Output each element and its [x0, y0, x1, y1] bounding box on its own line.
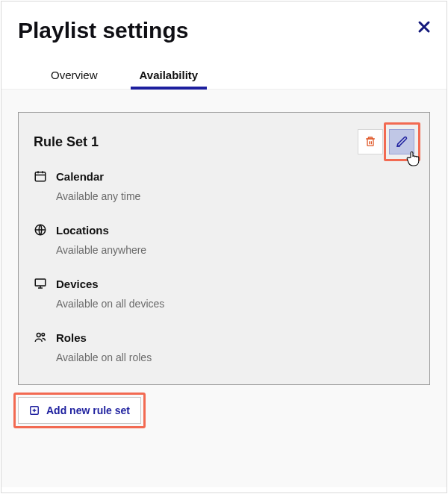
section-calendar-value: Available any time — [56, 190, 414, 202]
section-roles: Roles Available on all roles — [34, 331, 414, 363]
rule-set-header: Rule Set 1 — [34, 129, 414, 154]
section-locations: Locations Available anywhere — [34, 223, 414, 256]
playlist-settings-dialog: Playlist settings Overview Availability … — [1, 1, 447, 493]
rule-set-card: Rule Set 1 — [18, 112, 430, 385]
section-locations-value: Available anywhere — [56, 244, 414, 256]
svg-rect-0 — [367, 139, 373, 146]
section-calendar: Calendar Available any time — [34, 169, 414, 202]
tab-availability[interactable]: Availability — [135, 66, 203, 89]
svg-rect-1 — [35, 172, 46, 181]
globe-icon — [34, 223, 47, 237]
trash-icon — [364, 136, 376, 148]
add-new-rule-set-button[interactable]: Add new rule set — [18, 397, 141, 424]
pencil-icon — [395, 135, 408, 148]
tab-overview[interactable]: Overview — [34, 66, 114, 89]
monitor-icon — [34, 277, 47, 290]
rule-set-actions — [358, 129, 414, 154]
add-new-rule-set-label: Add new rule set — [46, 404, 130, 416]
section-devices-value: Available on all devices — [56, 298, 414, 310]
close-button[interactable] — [415, 18, 433, 36]
svg-rect-3 — [35, 279, 46, 286]
dialog-title: Playlist settings — [18, 18, 430, 43]
section-locations-label: Locations — [56, 224, 109, 237]
plus-square-icon — [29, 405, 40, 416]
users-icon — [34, 331, 47, 344]
tab-bar: Overview Availability — [18, 66, 430, 89]
svg-point-5 — [42, 333, 45, 336]
section-roles-label: Roles — [56, 331, 87, 344]
rule-set-title: Rule Set 1 — [34, 134, 99, 150]
content-area: Rule Set 1 — [1, 89, 447, 487]
add-rule-set-row: Add new rule set — [18, 397, 430, 424]
section-calendar-label: Calendar — [56, 170, 104, 183]
delete-rule-set-button[interactable] — [358, 129, 383, 154]
svg-point-4 — [37, 334, 40, 337]
dialog-header: Playlist settings Overview Availability — [1, 1, 447, 89]
edit-rule-set-wrap — [389, 129, 414, 154]
section-roles-value: Available on all roles — [56, 351, 414, 363]
section-devices-label: Devices — [56, 278, 99, 290]
section-devices: Devices Available on all devices — [34, 277, 414, 310]
calendar-icon — [34, 169, 47, 183]
edit-rule-set-button[interactable] — [389, 129, 414, 154]
close-icon — [417, 20, 431, 34]
